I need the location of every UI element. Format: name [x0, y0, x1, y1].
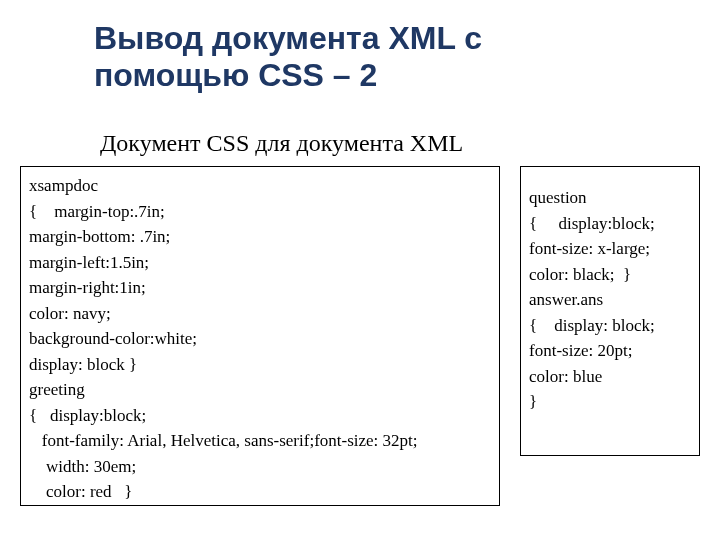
- slide: Вывод документа XML с помощью CSS – 2 До…: [0, 0, 720, 540]
- css-code-left: xsampdoc { margin-top:.7in; margin-botto…: [20, 166, 500, 506]
- slide-title: Вывод документа XML с помощью CSS – 2: [94, 20, 654, 94]
- css-code-right: question { display:block; font-size: x-l…: [520, 166, 700, 456]
- slide-subtitle: Документ CSS для документа XML: [100, 130, 463, 157]
